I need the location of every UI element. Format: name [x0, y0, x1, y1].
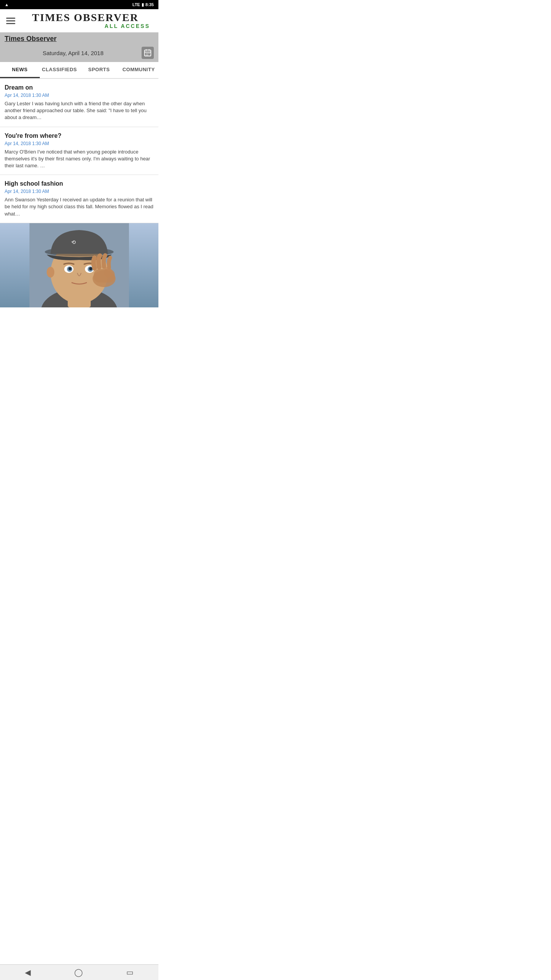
date-bar: Saturday, April 14, 2018: [0, 44, 158, 62]
paper-name-row: Times Observer: [0, 33, 158, 44]
article-title: Dream on: [5, 84, 154, 91]
list-item[interactable]: Dream on Apr 14, 2018 1:30 AM Gary Leste…: [0, 79, 158, 127]
menu-button[interactable]: [5, 16, 17, 26]
nav-tabs: NEWS CLASSIFIEDS SPORTS COMMUNITY: [0, 62, 158, 79]
lte-label: LTE: [132, 2, 140, 7]
article-date: Apr 14, 2018 1:30 AM: [5, 93, 154, 98]
tab-classifieds[interactable]: CLASSIFIEDS: [40, 62, 80, 78]
svg-rect-24: [94, 269, 115, 283]
article-excerpt: Ann Swanson Yesterday I received an upda…: [5, 196, 154, 217]
status-right: LTE ▮ 8:35: [132, 2, 154, 7]
date-text: Saturday, April 14, 2018: [5, 50, 142, 56]
calendar-button[interactable]: [142, 47, 154, 59]
svg-rect-6: [149, 53, 150, 54]
list-item[interactable]: You're from where? Apr 14, 2018 1:30 AM …: [0, 127, 158, 175]
svg-point-19: [68, 267, 72, 270]
article-title: High school fashion: [5, 180, 154, 187]
article-image: ⟲: [0, 223, 158, 307]
tab-community[interactable]: COMMUNITY: [119, 62, 159, 78]
logo-area: TIMES OBSERVER ALL ACCESS: [17, 12, 154, 29]
paper-name: Times Observer: [5, 35, 57, 42]
svg-rect-4: [146, 53, 147, 54]
article-title: You're from where?: [5, 132, 154, 139]
article-date: Apr 14, 2018 1:30 AM: [5, 141, 154, 146]
person-illustration: ⟲: [29, 223, 129, 307]
status-left: ▲: [5, 2, 9, 7]
article-photo: ⟲: [0, 223, 158, 307]
tab-news[interactable]: NEWS: [0, 62, 40, 78]
calendar-icon: [143, 49, 152, 57]
app-header: TIMES OBSERVER ALL ACCESS: [0, 9, 158, 33]
svg-rect-5: [147, 53, 148, 54]
logo-subtitle: ALL ACCESS: [17, 23, 150, 29]
time-label: 8:35: [145, 2, 154, 7]
svg-rect-8: [147, 55, 148, 56]
svg-rect-7: [146, 55, 147, 56]
article-excerpt: Marcy O'Brien I've noticed that when you…: [5, 149, 154, 170]
list-item[interactable]: High school fashion Apr 14, 2018 1:30 AM…: [0, 175, 158, 223]
battery-icon: ▮: [142, 2, 144, 7]
signal-icon: ▲: [5, 2, 9, 7]
svg-point-20: [89, 267, 92, 270]
logo-title: TIMES OBSERVER: [17, 12, 154, 23]
svg-text:⟲: ⟲: [71, 239, 76, 245]
article-excerpt: Gary Lester I was having lunch with a fr…: [5, 100, 154, 121]
article-date: Apr 14, 2018 1:30 AM: [5, 189, 154, 194]
tab-sports[interactable]: SPORTS: [79, 62, 119, 78]
svg-point-21: [47, 267, 54, 278]
articles-list: Dream on Apr 14, 2018 1:30 AM Gary Leste…: [0, 79, 158, 307]
status-bar: ▲ LTE ▮ 8:35: [0, 0, 158, 9]
